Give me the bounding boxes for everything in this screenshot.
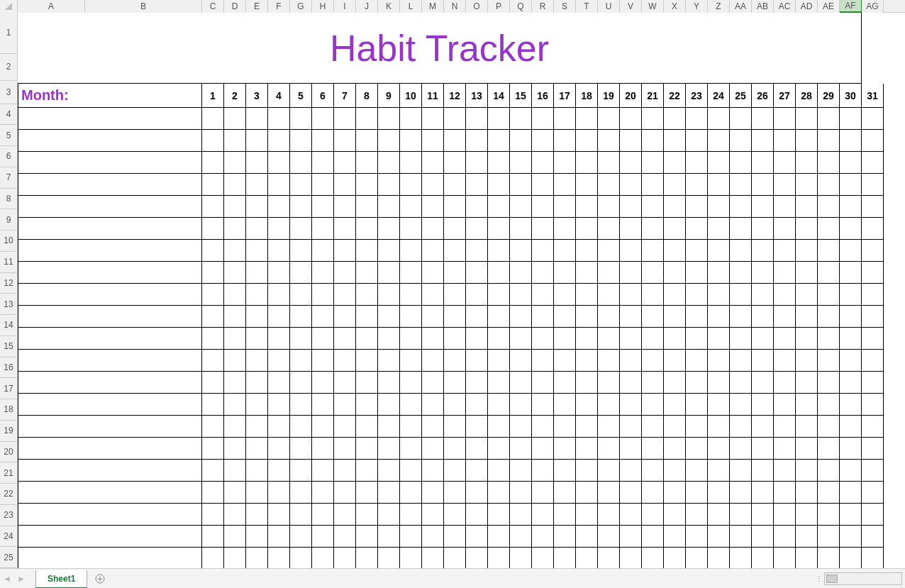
column-header-H[interactable]: H	[312, 0, 334, 13]
habit-cell-r23-d18[interactable]	[576, 526, 598, 548]
habit-cell-r20-d21[interactable]	[642, 460, 664, 482]
month-label-cell[interactable]: Month:	[18, 84, 202, 108]
habit-cell-r5-d23[interactable]	[686, 130, 708, 152]
habit-cell-r5-d24[interactable]	[708, 130, 730, 152]
habit-cell-r23-d24[interactable]	[708, 526, 730, 548]
habit-cell-r12-d17[interactable]	[554, 284, 576, 306]
habit-cell-r17-d3[interactable]	[246, 394, 268, 416]
habit-cell-r14-d29[interactable]	[818, 328, 840, 350]
habit-cell-r23-d5[interactable]	[290, 526, 312, 548]
habit-cell-r4-d11[interactable]	[422, 108, 444, 130]
habit-cell-r16-d20[interactable]	[620, 372, 642, 394]
habit-cell-r21-d3[interactable]	[246, 482, 268, 504]
habit-cell-r22-d11[interactable]	[422, 504, 444, 526]
habit-cell-r14-d15[interactable]	[510, 328, 532, 350]
habit-cell-r6-d6[interactable]	[312, 152, 334, 174]
habit-cell-r24-d2[interactable]	[224, 548, 246, 568]
habit-cell-r7-d6[interactable]	[312, 174, 334, 196]
day-header-30[interactable]: 30	[840, 84, 862, 108]
habit-cell-r15-d13[interactable]	[466, 350, 488, 372]
habit-cell-r12-d25[interactable]	[730, 284, 752, 306]
habit-cell-r15-d20[interactable]	[620, 350, 642, 372]
column-header-I[interactable]: I	[334, 0, 356, 13]
habit-cell-r20-d22[interactable]	[664, 460, 686, 482]
day-header-3[interactable]: 3	[246, 84, 268, 108]
habit-cell-r19-d14[interactable]	[488, 438, 510, 460]
habit-cell-r21-d4[interactable]	[268, 482, 290, 504]
habit-cell-r21-d28[interactable]	[796, 482, 818, 504]
habit-cell-r20-d7[interactable]	[334, 460, 356, 482]
habit-cell-r5-d22[interactable]	[664, 130, 686, 152]
column-header-X[interactable]: X	[664, 0, 686, 13]
row-header-22[interactable]: 22	[0, 484, 17, 505]
habit-cell-r5-d3[interactable]	[246, 130, 268, 152]
habit-cell-r7-d17[interactable]	[554, 174, 576, 196]
habit-cell-r8-d12[interactable]	[444, 196, 466, 218]
habit-cell-r22-d24[interactable]	[708, 504, 730, 526]
habit-cell-r13-d7[interactable]	[334, 306, 356, 328]
habit-cell-r17-d13[interactable]	[466, 394, 488, 416]
habit-cell-r17-d10[interactable]	[400, 394, 422, 416]
day-header-20[interactable]: 20	[620, 84, 642, 108]
habit-cell-r12-d22[interactable]	[664, 284, 686, 306]
habit-cell-r23-d15[interactable]	[510, 526, 532, 548]
habit-cell-r14-d18[interactable]	[576, 328, 598, 350]
habit-cell-r14-d30[interactable]	[840, 328, 862, 350]
habit-cell-r11-d24[interactable]	[708, 262, 730, 284]
habit-cell-r7-d31[interactable]	[862, 174, 884, 196]
habit-cell-r21-d30[interactable]	[840, 482, 862, 504]
habit-cell-r18-d22[interactable]	[664, 416, 686, 438]
habit-cell-r21-d29[interactable]	[818, 482, 840, 504]
habit-cell-r5-d11[interactable]	[422, 130, 444, 152]
habit-cell-r8-d10[interactable]	[400, 196, 422, 218]
habit-cell-r10-d23[interactable]	[686, 240, 708, 262]
habit-cell-r12-d7[interactable]	[334, 284, 356, 306]
habit-cell-r24-d12[interactable]	[444, 548, 466, 568]
habit-cell-r7-d29[interactable]	[818, 174, 840, 196]
habit-cell-r24-d25[interactable]	[730, 548, 752, 568]
day-header-7[interactable]: 7	[334, 84, 356, 108]
habit-cell-r21-d20[interactable]	[620, 482, 642, 504]
habit-cell-r20-d9[interactable]	[378, 460, 400, 482]
habit-cell-r13-d1[interactable]	[202, 306, 224, 328]
habit-cell-r14-d24[interactable]	[708, 328, 730, 350]
habit-cell-r12-d13[interactable]	[466, 284, 488, 306]
habit-cell-r11-d8[interactable]	[356, 262, 378, 284]
habit-cell-r23-d26[interactable]	[752, 526, 774, 548]
habit-cell-r22-d26[interactable]	[752, 504, 774, 526]
habit-cell-r18-d5[interactable]	[290, 416, 312, 438]
habit-cell-r21-d18[interactable]	[576, 482, 598, 504]
habit-name-cell-r11[interactable]	[18, 262, 202, 284]
habit-cell-r15-d27[interactable]	[774, 350, 796, 372]
habit-cell-r6-d15[interactable]	[510, 152, 532, 174]
habit-cell-r11-d12[interactable]	[444, 262, 466, 284]
habit-cell-r6-d4[interactable]	[268, 152, 290, 174]
habit-cell-r6-d1[interactable]	[202, 152, 224, 174]
habit-cell-r7-d21[interactable]	[642, 174, 664, 196]
habit-cell-r21-d12[interactable]	[444, 482, 466, 504]
habit-cell-r8-d29[interactable]	[818, 196, 840, 218]
habit-cell-r17-d22[interactable]	[664, 394, 686, 416]
habit-cell-r22-d1[interactable]	[202, 504, 224, 526]
habit-cell-r4-d31[interactable]	[862, 108, 884, 130]
habit-cell-r10-d29[interactable]	[818, 240, 840, 262]
habit-cell-r18-d1[interactable]	[202, 416, 224, 438]
habit-cell-r15-d4[interactable]	[268, 350, 290, 372]
habit-cell-r20-d14[interactable]	[488, 460, 510, 482]
habit-cell-r15-d5[interactable]	[290, 350, 312, 372]
habit-cell-r18-d9[interactable]	[378, 416, 400, 438]
habit-cell-r13-d15[interactable]	[510, 306, 532, 328]
habit-cell-r15-d18[interactable]	[576, 350, 598, 372]
habit-cell-r20-d11[interactable]	[422, 460, 444, 482]
habit-cell-r11-d2[interactable]	[224, 262, 246, 284]
habit-cell-r22-d7[interactable]	[334, 504, 356, 526]
habit-cell-r18-d18[interactable]	[576, 416, 598, 438]
habit-cell-r10-d3[interactable]	[246, 240, 268, 262]
habit-cell-r22-d16[interactable]	[532, 504, 554, 526]
habit-cell-r16-d10[interactable]	[400, 372, 422, 394]
habit-cell-r8-d16[interactable]	[532, 196, 554, 218]
habit-cell-r18-d26[interactable]	[752, 416, 774, 438]
habit-cell-r12-d6[interactable]	[312, 284, 334, 306]
habit-cell-r10-d7[interactable]	[334, 240, 356, 262]
habit-cell-r13-d2[interactable]	[224, 306, 246, 328]
